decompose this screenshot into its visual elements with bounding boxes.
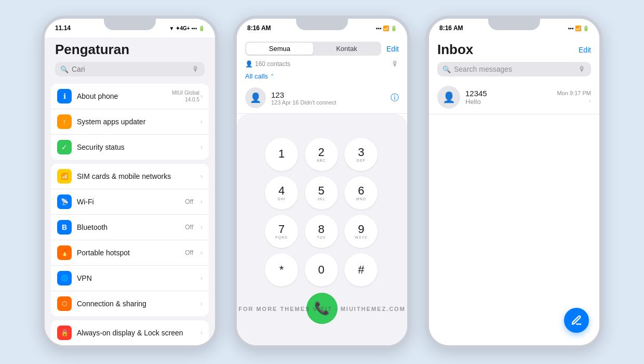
call-avatar: 👤 — [245, 87, 266, 108]
connection-icon: ⬡ — [57, 296, 72, 311]
calls-edit-button[interactable]: Edit — [386, 45, 399, 53]
dial-key-4[interactable]: 4GHI — [265, 176, 298, 210]
call-info-icon[interactable]: ⓘ — [391, 93, 399, 103]
settings-item-security[interactable]: ✓ Security status › — [51, 135, 209, 160]
msg-chevron: › — [589, 97, 591, 105]
call-name: 123 — [271, 90, 385, 99]
settings-item-connection[interactable]: ⬡ Connection & sharing › — [51, 291, 209, 316]
contacts-count-text: 👤 160 contacts — [245, 60, 290, 68]
vpn-icon: 🌐 — [57, 271, 72, 285]
bluetooth-text: Bluetooth — [77, 223, 180, 231]
bluetooth-value: Off — [185, 224, 193, 231]
settings-content: Pengaturan 🔍 🎙 ℹ About phone MIUI Global… — [45, 37, 215, 345]
phone-settings: 11.14 ▼ ✦4G+ ▪▪▪ 🔋 Pengaturan 🔍 🎙 ℹ Abou… — [42, 16, 218, 348]
msg-info: 12345 Hello — [465, 89, 552, 106]
about-right: MIUI Global14.0.5 › — [172, 89, 203, 103]
wifi-label: Wi-Fi — [77, 198, 180, 206]
dial-key-1[interactable]: 1 — [265, 138, 298, 171]
security-label: Security status — [77, 143, 195, 151]
lock-label: Always-on display & Lock screen — [77, 329, 195, 337]
sim-chevron: › — [200, 173, 203, 180]
wifi-text: Wi-Fi — [77, 198, 180, 206]
calls-mic-icon: 🎙 — [392, 60, 399, 68]
tab-kontak[interactable]: Kontak — [313, 43, 380, 55]
notch-3 — [488, 19, 540, 30]
dial-key-2[interactable]: 2ABC — [305, 138, 338, 171]
dialpad-container: 1 2ABC 3DEF 4GHI 5JKL 6MNO 7PQRS 8TUV 9W… — [237, 114, 407, 345]
dial-key-0[interactable]: 0 — [305, 253, 338, 287]
dial-key-3[interactable]: 3DEF — [344, 138, 378, 171]
hotspot-label: Portable hotspot — [77, 249, 180, 257]
search-input[interactable] — [72, 65, 189, 73]
system-apps-chevron: › — [200, 118, 203, 125]
msg-search-icon: 🔍 — [442, 66, 451, 73]
dial-key-hash[interactable]: # — [344, 253, 378, 287]
msg-time: Mon 9:17 PM — [557, 90, 591, 96]
tab-semua[interactable]: Semua — [246, 43, 313, 55]
wifi-icon: 📡 — [57, 194, 72, 209]
settings-item-bluetooth[interactable]: B Bluetooth Off › — [51, 215, 209, 240]
dial-key-9[interactable]: 9WXYZ — [344, 215, 378, 248]
settings-item-wifi[interactable]: 📡 Wi-Fi Off › — [51, 189, 209, 215]
call-item[interactable]: 👤 123 123 Apr 16 Didn't connect ⓘ — [237, 82, 407, 114]
sim-text: SIM cards & mobile networks — [77, 172, 195, 180]
compose-button[interactable] — [564, 308, 589, 333]
msg-mic-icon: 🎙 — [579, 65, 586, 73]
time-2: 8:16 AM — [247, 24, 271, 32]
settings-item-system-apps[interactable]: ↑ System apps updater › — [51, 109, 209, 135]
search-icon: 🔍 — [60, 66, 69, 73]
settings-item-hotspot[interactable]: 🔥 Portable hotspot Off › — [51, 240, 209, 266]
hotspot-text: Portable hotspot — [77, 249, 180, 257]
msg-search-text: Search messages — [454, 65, 575, 73]
inbox-header: Inbox Edit — [429, 37, 599, 60]
connection-label: Connection & sharing — [77, 300, 195, 308]
call-button[interactable]: 📞 — [306, 293, 338, 324]
message-search-bar[interactable]: 🔍 Search messages 🎙 — [437, 62, 591, 76]
lock-icon: 🔒 — [57, 326, 72, 340]
dial-key-8[interactable]: 8TUV — [305, 215, 338, 248]
wifi-value: Off — [185, 198, 193, 205]
about-chevron: › — [200, 93, 203, 100]
all-calls-filter[interactable]: All calls ⌃ — [237, 70, 407, 82]
settings-item-vpn[interactable]: 🌐 VPN › — [51, 266, 209, 291]
hotspot-chevron: › — [200, 249, 203, 256]
call-detail: 123 Apr 16 Didn't connect — [271, 99, 385, 106]
dial-key-7[interactable]: 7PQRS — [265, 215, 298, 248]
lock-text: Always-on display & Lock screen — [77, 329, 195, 337]
inbox-edit-button[interactable]: Edit — [579, 46, 591, 54]
system-apps-icon: ↑ — [57, 114, 72, 129]
security-icon: ✓ — [57, 140, 72, 154]
settings-item-lock[interactable]: 🔒 Always-on display & Lock screen › — [51, 320, 209, 345]
contacts-icon: 👤 — [245, 60, 253, 68]
mic-icon: 🎙 — [192, 65, 199, 73]
about-version: MIUI Global14.0.5 — [172, 89, 199, 103]
msg-name: 12345 — [465, 89, 552, 98]
phone-messages: 8:16 AM ▪▪▪ 📶 🔋 Inbox Edit 🔍 Search mess… — [426, 16, 602, 348]
dial-key-5[interactable]: 5JKL — [305, 176, 338, 210]
settings-group-1: ℹ About phone MIUI Global14.0.5 › ↑ Syst… — [51, 84, 209, 160]
messages-content: Inbox Edit 🔍 Search messages 🎙 👤 12345 H… — [429, 37, 599, 345]
vpn-chevron: › — [200, 275, 203, 282]
notch-1 — [104, 19, 156, 30]
hotspot-icon: 🔥 — [57, 245, 72, 260]
settings-item-sim[interactable]: 📶 SIM cards & mobile networks › — [51, 164, 209, 189]
notch-2 — [296, 19, 348, 30]
connection-chevron: › — [200, 300, 203, 307]
message-item[interactable]: 👤 12345 Hello Mon 9:17 PM › — [429, 81, 599, 114]
search-bar[interactable]: 🔍 🎙 — [55, 62, 205, 76]
filter-chevron: ⌃ — [270, 73, 274, 79]
bluetooth-chevron: › — [200, 224, 203, 231]
dial-key-star[interactable]: * — [265, 253, 298, 287]
wifi-chevron: › — [200, 198, 203, 205]
system-apps-label: System apps updater — [77, 118, 195, 126]
settings-item-about[interactable]: ℹ About phone MIUI Global14.0.5 › — [51, 84, 209, 109]
settings-header: Pengaturan 🔍 🎙 — [45, 37, 215, 80]
phone-app-content: Semua Kontak Edit 👤 160 contacts 🎙 All c… — [237, 37, 407, 345]
settings-group-3: 🔒 Always-on display & Lock screen › ☀ Di… — [51, 320, 209, 345]
status-icons-3: ▪▪▪ 📶 🔋 — [568, 25, 589, 31]
vpn-label: VPN — [77, 274, 195, 282]
about-text: About phone — [77, 92, 167, 100]
time-3: 8:16 AM — [439, 24, 463, 32]
dial-key-6[interactable]: 6MNO — [344, 176, 378, 210]
status-icons-2: ▪▪▪ 📶 🔋 — [376, 25, 397, 31]
